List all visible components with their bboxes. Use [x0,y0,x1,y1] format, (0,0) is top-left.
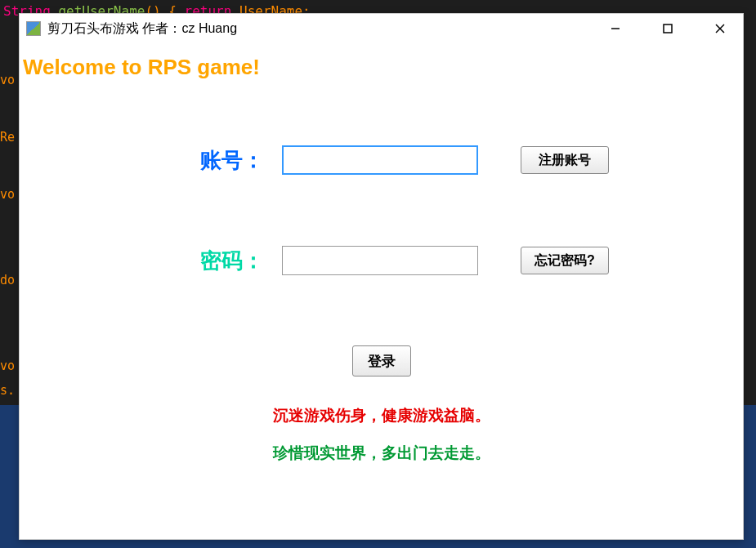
window-titlebar[interactable]: 剪刀石头布游戏 作者：cz Huang [20,14,743,43]
login-button[interactable]: 登录 [352,345,411,376]
password-input[interactable] [282,246,478,275]
warning-text-2: 珍惜现实世界，多出门去走走。 [20,443,743,464]
warning-text-1: 沉迷游戏伤身，健康游戏益脑。 [20,405,743,426]
maximize-button[interactable] [651,16,684,41]
login-window: 剪刀石头布游戏 作者：cz Huang Welcome to RPS game!… [19,13,744,540]
window-app-icon [26,21,41,36]
minimize-button[interactable] [599,16,632,41]
password-label: 密码： [170,247,264,275]
window-title: 剪刀石头布游戏 作者：cz Huang [47,20,599,38]
register-button[interactable]: 注册账号 [521,146,609,174]
account-label: 账号： [170,146,264,175]
account-row: 账号： 注册账号 [170,145,609,175]
forgot-password-button[interactable]: 忘记密码? [521,247,609,274]
svg-rect-1 [664,25,672,33]
account-input[interactable] [282,145,478,175]
welcome-heading: Welcome to RPS game! [20,43,743,80]
password-row: 密码： 忘记密码? [170,246,609,275]
close-button[interactable] [704,16,736,41]
